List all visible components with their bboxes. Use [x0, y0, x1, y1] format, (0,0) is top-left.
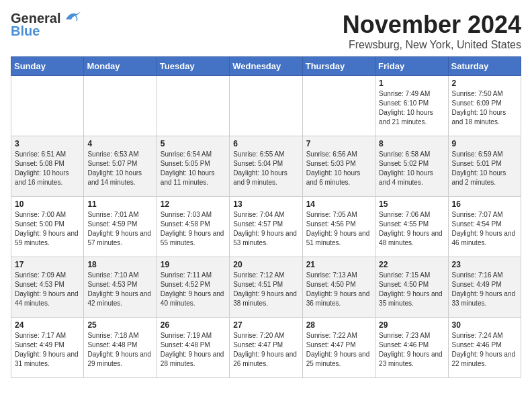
day-number: 9	[452, 139, 517, 148]
day-info: Sunrise: 7:03 AMSunset: 4:58 PMDaylight:…	[161, 210, 226, 248]
calendar-day-cell: 19Sunrise: 7:11 AMSunset: 4:52 PMDayligh…	[157, 257, 229, 318]
calendar-day-cell: 13Sunrise: 7:04 AMSunset: 4:57 PMDayligh…	[230, 197, 302, 257]
day-number: 27	[233, 320, 298, 330]
calendar-day-cell: 22Sunrise: 7:15 AMSunset: 4:50 PMDayligh…	[375, 257, 448, 318]
calendar-day-cell	[84, 76, 157, 136]
day-number: 30	[452, 320, 517, 330]
day-number: 13	[233, 199, 298, 209]
weekday-header-cell: Friday	[375, 57, 448, 76]
day-number: 2	[452, 79, 517, 88]
day-info: Sunrise: 7:05 AMSunset: 4:56 PMDaylight:…	[306, 210, 371, 248]
calendar-day-cell: 2Sunrise: 7:50 AMSunset: 6:09 PMDaylight…	[448, 76, 521, 136]
calendar-day-cell: 21Sunrise: 7:13 AMSunset: 4:50 PMDayligh…	[302, 257, 375, 318]
day-info: Sunrise: 7:49 AMSunset: 6:10 PMDaylight:…	[379, 89, 444, 127]
month-year-title: November 2024	[343, 11, 521, 39]
calendar-day-cell: 25Sunrise: 7:18 AMSunset: 4:48 PMDayligh…	[84, 318, 157, 378]
calendar-day-cell: 16Sunrise: 7:07 AMSunset: 4:54 PMDayligh…	[448, 197, 521, 257]
day-info: Sunrise: 7:15 AMSunset: 4:50 PMDaylight:…	[379, 271, 444, 308]
calendar-day-cell: 28Sunrise: 7:22 AMSunset: 4:47 PMDayligh…	[302, 318, 375, 378]
day-info: Sunrise: 7:11 AMSunset: 4:52 PMDaylight:…	[161, 271, 226, 308]
day-info: Sunrise: 6:59 AMSunset: 5:01 PMDaylight:…	[452, 150, 517, 187]
calendar-day-cell: 7Sunrise: 6:56 AMSunset: 5:03 PMDaylight…	[302, 136, 375, 197]
day-info: Sunrise: 7:00 AMSunset: 5:00 PMDaylight:…	[15, 210, 80, 248]
title-area: November 2024 Frewsburg, New York, Unite…	[343, 11, 521, 51]
day-info: Sunrise: 7:19 AMSunset: 4:48 PMDaylight:…	[161, 331, 226, 369]
weekday-header-cell: Monday	[84, 57, 157, 76]
calendar-day-cell: 11Sunrise: 7:01 AMSunset: 4:59 PMDayligh…	[84, 197, 157, 257]
day-info: Sunrise: 7:04 AMSunset: 4:57 PMDaylight:…	[233, 210, 298, 248]
day-number: 17	[15, 260, 80, 269]
day-number: 20	[233, 260, 298, 269]
calendar-day-cell: 15Sunrise: 7:06 AMSunset: 4:55 PMDayligh…	[375, 197, 448, 257]
day-number: 1	[379, 79, 444, 88]
calendar-day-cell: 17Sunrise: 7:09 AMSunset: 4:53 PMDayligh…	[11, 257, 84, 318]
calendar-day-cell	[302, 76, 375, 136]
calendar-day-cell: 5Sunrise: 6:54 AMSunset: 5:05 PMDaylight…	[157, 136, 229, 197]
calendar-week-row: 10Sunrise: 7:00 AMSunset: 5:00 PMDayligh…	[11, 197, 521, 257]
calendar-day-cell: 3Sunrise: 6:51 AMSunset: 5:08 PMDaylight…	[11, 136, 84, 197]
location-subtitle: Frewsburg, New York, United States	[343, 39, 521, 51]
weekday-header-row: SundayMondayTuesdayWednesdayThursdayFrid…	[11, 57, 521, 76]
day-number: 10	[15, 199, 80, 209]
calendar-table: SundayMondayTuesdayWednesdayThursdayFrid…	[11, 56, 521, 378]
day-number: 24	[15, 320, 80, 330]
calendar-day-cell	[157, 76, 229, 136]
calendar-day-cell: 14Sunrise: 7:05 AMSunset: 4:56 PMDayligh…	[302, 197, 375, 257]
day-info: Sunrise: 6:51 AMSunset: 5:08 PMDaylight:…	[15, 150, 80, 187]
day-number: 8	[379, 139, 444, 148]
logo-blue-text: Blue	[11, 24, 40, 39]
logo: General Blue	[11, 11, 82, 39]
day-info: Sunrise: 7:22 AMSunset: 4:47 PMDaylight:…	[306, 331, 371, 369]
day-number: 5	[161, 139, 226, 148]
weekday-header-cell: Wednesday	[230, 57, 302, 76]
calendar-day-cell: 10Sunrise: 7:00 AMSunset: 5:00 PMDayligh…	[11, 197, 84, 257]
calendar-day-cell: 20Sunrise: 7:12 AMSunset: 4:51 PMDayligh…	[230, 257, 302, 318]
calendar-day-cell	[11, 76, 84, 136]
weekday-header-cell: Saturday	[448, 57, 521, 76]
day-number: 25	[87, 320, 152, 330]
calendar-day-cell: 12Sunrise: 7:03 AMSunset: 4:58 PMDayligh…	[157, 197, 229, 257]
day-number: 28	[306, 320, 371, 330]
calendar-week-row: 17Sunrise: 7:09 AMSunset: 4:53 PMDayligh…	[11, 257, 521, 318]
day-number: 3	[15, 139, 80, 148]
day-info: Sunrise: 7:07 AMSunset: 4:54 PMDaylight:…	[452, 210, 517, 248]
day-number: 16	[452, 199, 517, 209]
day-info: Sunrise: 7:23 AMSunset: 4:46 PMDaylight:…	[379, 331, 444, 369]
day-number: 29	[379, 320, 444, 330]
day-number: 12	[161, 199, 226, 209]
calendar-day-cell: 1Sunrise: 7:49 AMSunset: 6:10 PMDaylight…	[375, 76, 448, 136]
day-info: Sunrise: 7:16 AMSunset: 4:49 PMDaylight:…	[452, 271, 517, 308]
calendar-day-cell: 4Sunrise: 6:53 AMSunset: 5:07 PMDaylight…	[84, 136, 157, 197]
day-number: 15	[379, 199, 444, 209]
calendar-day-cell: 27Sunrise: 7:20 AMSunset: 4:47 PMDayligh…	[230, 318, 302, 378]
calendar-day-cell	[230, 76, 302, 136]
calendar-day-cell: 30Sunrise: 7:24 AMSunset: 4:46 PMDayligh…	[448, 318, 521, 378]
calendar-body: 1Sunrise: 7:49 AMSunset: 6:10 PMDaylight…	[11, 76, 521, 378]
day-info: Sunrise: 6:54 AMSunset: 5:05 PMDaylight:…	[161, 150, 226, 187]
day-info: Sunrise: 7:17 AMSunset: 4:49 PMDaylight:…	[15, 331, 80, 369]
day-info: Sunrise: 7:12 AMSunset: 4:51 PMDaylight:…	[233, 271, 298, 308]
calendar-day-cell: 6Sunrise: 6:55 AMSunset: 5:04 PMDaylight…	[230, 136, 302, 197]
day-info: Sunrise: 7:10 AMSunset: 4:53 PMDaylight:…	[87, 271, 152, 308]
day-number: 6	[233, 139, 298, 148]
day-info: Sunrise: 7:13 AMSunset: 4:50 PMDaylight:…	[306, 271, 371, 308]
calendar-day-cell: 18Sunrise: 7:10 AMSunset: 4:53 PMDayligh…	[84, 257, 157, 318]
day-number: 11	[87, 199, 152, 209]
day-info: Sunrise: 7:24 AMSunset: 4:46 PMDaylight:…	[452, 331, 517, 369]
day-info: Sunrise: 7:09 AMSunset: 4:53 PMDaylight:…	[15, 271, 80, 308]
weekday-header-cell: Sunday	[11, 57, 84, 76]
calendar-day-cell: 29Sunrise: 7:23 AMSunset: 4:46 PMDayligh…	[375, 318, 448, 378]
day-number: 14	[306, 199, 371, 209]
day-number: 19	[161, 260, 226, 269]
day-info: Sunrise: 7:06 AMSunset: 4:55 PMDaylight:…	[379, 210, 444, 248]
day-info: Sunrise: 6:55 AMSunset: 5:04 PMDaylight:…	[233, 150, 298, 187]
weekday-header-cell: Thursday	[302, 57, 375, 76]
calendar-week-row: 3Sunrise: 6:51 AMSunset: 5:08 PMDaylight…	[11, 136, 521, 197]
calendar-day-cell: 8Sunrise: 6:58 AMSunset: 5:02 PMDaylight…	[375, 136, 448, 197]
day-info: Sunrise: 7:18 AMSunset: 4:48 PMDaylight:…	[87, 331, 152, 369]
calendar-day-cell: 24Sunrise: 7:17 AMSunset: 4:49 PMDayligh…	[11, 318, 84, 378]
day-info: Sunrise: 7:50 AMSunset: 6:09 PMDaylight:…	[452, 89, 517, 127]
logo-bird-icon	[63, 10, 82, 25]
header: General Blue November 2024 Frewsburg, Ne…	[11, 11, 521, 51]
day-info: Sunrise: 7:01 AMSunset: 4:59 PMDaylight:…	[87, 210, 152, 248]
